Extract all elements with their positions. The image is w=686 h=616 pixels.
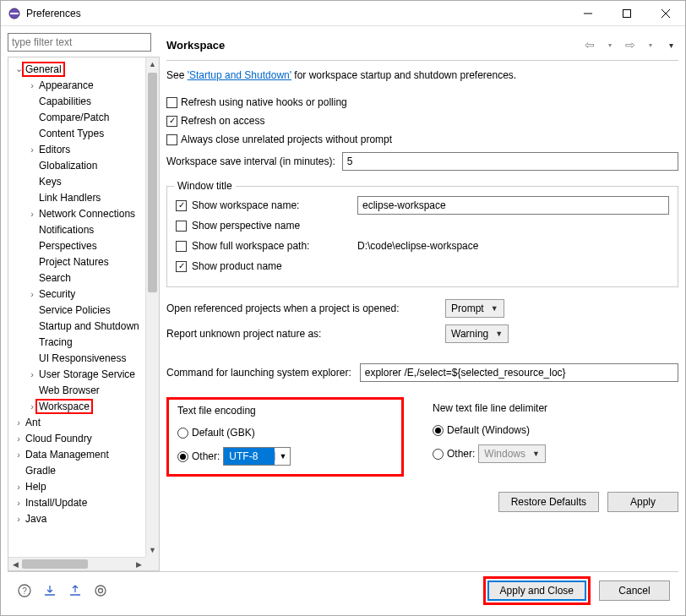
tree-item-help[interactable]: ›Help bbox=[8, 478, 145, 494]
launch-cmd-input[interactable] bbox=[360, 363, 678, 382]
always-close-checkbox[interactable] bbox=[166, 134, 177, 145]
report-nature-select[interactable]: Warning ▼ bbox=[445, 324, 509, 343]
encoding-group-title: Text file encoding bbox=[177, 405, 393, 417]
tree-item-appearance[interactable]: ›Appearance bbox=[8, 77, 145, 93]
tree-item-web-browser[interactable]: ·Web Browser bbox=[8, 382, 145, 398]
titlebar: Preferences bbox=[1, 1, 685, 26]
back-menu-icon[interactable]: ▾ bbox=[602, 37, 618, 52]
tree-label: UI Responsiveness bbox=[37, 352, 126, 364]
filter-input[interactable] bbox=[8, 33, 151, 52]
refresh-native-checkbox[interactable] bbox=[166, 97, 177, 108]
tree-label: Install/Update bbox=[24, 497, 87, 509]
help-icon[interactable]: ? bbox=[16, 582, 33, 599]
tree-item-workspace[interactable]: ›Workspace bbox=[8, 398, 145, 414]
tree-item-tracing[interactable]: ·Tracing bbox=[8, 334, 145, 350]
minimize-button[interactable] bbox=[569, 1, 607, 26]
page-title: Workspace bbox=[166, 39, 582, 52]
view-menu-icon[interactable]: ▾ bbox=[663, 37, 678, 52]
right-pane: Workspace ⇦ ▾ ⇨ ▾ ▾ See 'Startup and Shu… bbox=[166, 33, 678, 571]
show-workspace-name-label: Show workspace name: bbox=[192, 199, 352, 211]
tree-item-capabilities[interactable]: ·Capabilities bbox=[8, 93, 145, 109]
encoding-other-combo[interactable]: UTF-8 ▼ bbox=[223, 447, 291, 466]
close-button[interactable] bbox=[646, 1, 685, 26]
tree-item-notifications[interactable]: ·Notifications bbox=[8, 221, 145, 237]
tree-item-compare-patch[interactable]: ·Compare/Patch bbox=[8, 109, 145, 125]
encoding-other-radio[interactable] bbox=[177, 451, 188, 462]
back-icon[interactable]: ⇦ bbox=[582, 37, 597, 52]
left-pane: ⌄General ›Appearance ·Capabilities ·Comp… bbox=[8, 33, 160, 571]
dialog-body: ⌄General ›Appearance ·Capabilities ·Comp… bbox=[1, 26, 685, 615]
tree-item-startup-shutdown[interactable]: ·Startup and Shutdown bbox=[8, 318, 145, 334]
tree-item-user-storage[interactable]: ›User Storage Service bbox=[8, 366, 145, 382]
tree-horizontal-scrollbar[interactable]: ◀ ▶ bbox=[8, 557, 145, 570]
full-path-value: D:\code\eclipse-workspace bbox=[357, 240, 478, 252]
startup-shutdown-link[interactable]: 'Startup and Shutdown' bbox=[188, 69, 291, 81]
tree-item-editors[interactable]: ›Editors bbox=[8, 141, 145, 157]
apply-button[interactable]: Apply bbox=[607, 492, 678, 512]
tree-item-search[interactable]: ·Search bbox=[8, 270, 145, 286]
tree-item-cloud-foundry[interactable]: ›Cloud Foundry bbox=[8, 430, 145, 446]
delimiter-other-value: Windows bbox=[484, 448, 525, 460]
tree-item-general[interactable]: ⌄General bbox=[8, 61, 145, 77]
refresh-access-checkbox[interactable] bbox=[166, 116, 177, 127]
tree-item-content-types[interactable]: ·Content Types bbox=[8, 125, 145, 141]
tree-item-project-natures[interactable]: ·Project Natures bbox=[8, 253, 145, 270]
show-product-row: Show product name bbox=[176, 256, 669, 276]
export-icon[interactable] bbox=[67, 582, 84, 599]
tree-item-install-update[interactable]: ›Install/Update bbox=[8, 494, 145, 510]
launch-cmd-row: Command for launching system explorer: bbox=[166, 363, 678, 382]
tree-item-java[interactable]: ›Java bbox=[8, 510, 145, 526]
import-icon[interactable] bbox=[41, 582, 58, 599]
workspace-name-input[interactable] bbox=[357, 196, 669, 215]
scroll-right-icon[interactable]: ▶ bbox=[132, 560, 145, 569]
show-workspace-name-checkbox[interactable] bbox=[176, 200, 187, 211]
window-title: Preferences bbox=[26, 8, 569, 19]
tree-label: Service Policies bbox=[37, 304, 111, 316]
forward-menu-icon[interactable]: ▾ bbox=[643, 37, 658, 52]
tree-item-ui-responsiveness[interactable]: ·UI Responsiveness bbox=[8, 350, 145, 366]
refresh-access-label: Refresh on access bbox=[181, 115, 264, 127]
forward-icon[interactable]: ⇨ bbox=[623, 37, 638, 52]
scroll-thumb[interactable] bbox=[148, 73, 157, 292]
apply-and-close-button[interactable]: Apply and Close bbox=[487, 581, 586, 601]
cancel-button[interactable]: Cancel bbox=[599, 581, 670, 601]
svg-point-9 bbox=[99, 588, 103, 592]
show-product-checkbox[interactable] bbox=[176, 261, 187, 272]
text-encoding-group-wrapper: Text file encoding Default (GBK) Other: bbox=[166, 397, 404, 477]
tree-scroll[interactable]: ⌄General ›Appearance ·Capabilities ·Comp… bbox=[8, 57, 145, 557]
restore-defaults-button[interactable]: Restore Defaults bbox=[498, 492, 599, 512]
tree-item-network[interactable]: ›Network Connections bbox=[8, 205, 145, 221]
tree-item-data-management[interactable]: ›Data Management bbox=[8, 446, 145, 462]
delimiter-default-radio[interactable] bbox=[433, 425, 444, 436]
open-referenced-select[interactable]: Prompt ▼ bbox=[445, 299, 504, 318]
save-interval-label: Workspace save interval (in minutes): bbox=[166, 155, 335, 167]
tree-item-service-policies[interactable]: ·Service Policies bbox=[8, 302, 145, 318]
scroll-left-icon[interactable]: ◀ bbox=[8, 560, 22, 569]
tree-item-globalization[interactable]: ·Globalization bbox=[8, 157, 145, 173]
show-full-path-checkbox[interactable] bbox=[176, 241, 187, 252]
scroll-down-icon[interactable]: ▼ bbox=[146, 543, 159, 557]
delimiter-default-row: Default (Windows) bbox=[433, 421, 670, 439]
encoding-default-radio[interactable] bbox=[177, 428, 188, 439]
show-perspective-checkbox[interactable] bbox=[176, 221, 187, 232]
tree-label: General bbox=[22, 62, 65, 77]
save-interval-row: Workspace save interval (in minutes): bbox=[166, 152, 678, 171]
tree-item-keys[interactable]: ·Keys bbox=[8, 173, 145, 189]
delimiter-other-radio[interactable] bbox=[433, 449, 444, 460]
delimiter-other-combo: Windows ▼ bbox=[478, 444, 546, 463]
tree-item-ant[interactable]: ›Ant bbox=[8, 414, 145, 430]
tree-label: Link Handlers bbox=[37, 192, 101, 204]
tree-item-security[interactable]: ›Security bbox=[8, 286, 145, 302]
tree-item-perspectives[interactable]: ·Perspectives bbox=[8, 237, 145, 253]
oomph-icon[interactable] bbox=[92, 582, 109, 599]
save-interval-input[interactable] bbox=[342, 152, 678, 171]
tree-item-gradle[interactable]: ·Gradle bbox=[8, 462, 145, 478]
maximize-button[interactable] bbox=[607, 1, 646, 26]
tree-vertical-scrollbar[interactable]: ▲ ▼ bbox=[145, 57, 159, 557]
scroll-up-icon[interactable]: ▲ bbox=[146, 57, 159, 71]
tree-item-link-handlers[interactable]: ·Link Handlers bbox=[8, 189, 145, 205]
scroll-thumb[interactable] bbox=[22, 559, 88, 569]
tree-label: Security bbox=[37, 288, 75, 300]
tree-label: Capabilities bbox=[37, 95, 91, 107]
encoding-default-row: Default (GBK) bbox=[177, 423, 393, 442]
